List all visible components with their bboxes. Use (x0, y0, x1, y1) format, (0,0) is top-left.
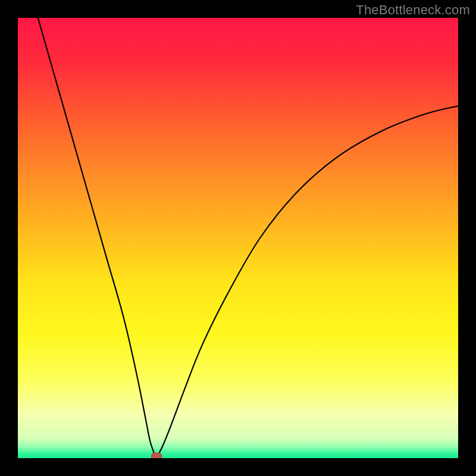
optimum-marker (152, 453, 162, 458)
gradient-background (18, 18, 458, 458)
chart-frame: TheBottleneck.com (0, 0, 476, 476)
chart-svg (18, 18, 458, 458)
plot-area (18, 18, 458, 458)
watermark-label: TheBottleneck.com (356, 2, 470, 18)
